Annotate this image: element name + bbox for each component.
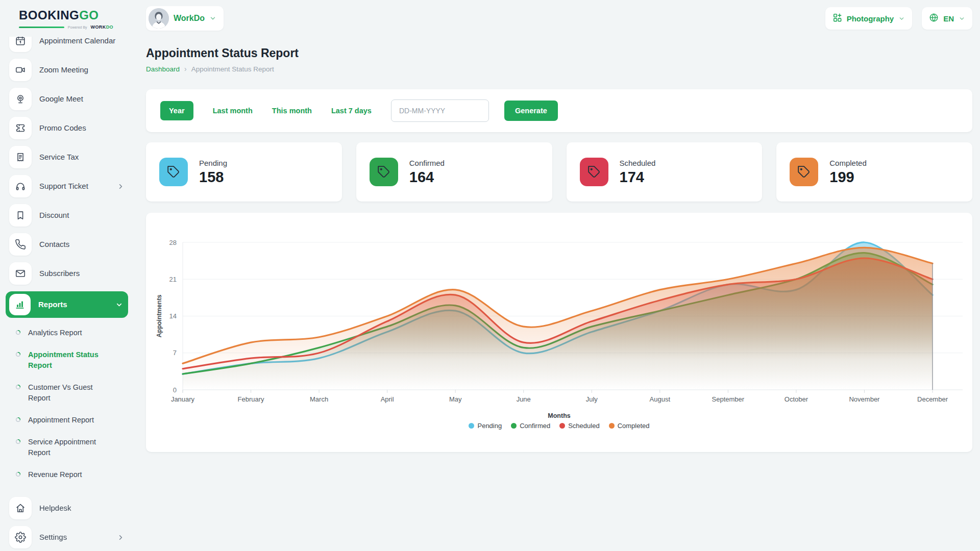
sidebar-subitem-customer-vs-guest-report[interactable]: Customer Vs Guest Report bbox=[15, 378, 125, 408]
topbar-right: Photography EN bbox=[825, 7, 972, 30]
logo-text: BOOKINGGO bbox=[19, 8, 134, 22]
sidebar-item-settings[interactable]: Settings bbox=[9, 526, 125, 548]
sidebar-subitem-label: Appointment Report bbox=[28, 415, 94, 425]
sidebar-item-support-ticket[interactable]: Support Ticket bbox=[9, 175, 125, 197]
svg-text:7: 7 bbox=[173, 349, 177, 357]
svg-text:February: February bbox=[238, 395, 265, 403]
stat-card-confirmed: Confirmed164 bbox=[356, 142, 552, 202]
legend-item-confirmed[interactable]: Confirmed bbox=[511, 422, 550, 430]
sidebar-item-label: Reports bbox=[38, 300, 67, 309]
legend-dot bbox=[559, 423, 565, 429]
app-switcher-button[interactable]: Photography bbox=[825, 7, 913, 30]
workspace-name: WorkDo bbox=[174, 14, 205, 23]
logo-powered-by: Powered By WORKDO bbox=[19, 24, 113, 30]
sidebar-item-zoom-meeting[interactable]: Zoom Meeting bbox=[9, 59, 125, 81]
chevron-down-icon bbox=[209, 15, 216, 22]
sidebar-item-helpdesk[interactable]: Helpdesk bbox=[9, 497, 125, 519]
language-label: EN bbox=[943, 14, 954, 23]
svg-text:September: September bbox=[712, 395, 745, 403]
sidebar-item-label: Appointment Calendar bbox=[39, 36, 115, 45]
ticket-icon bbox=[9, 117, 32, 139]
date-input[interactable] bbox=[391, 99, 489, 122]
chevron-down-icon bbox=[898, 15, 905, 22]
sidebar-subitem-analytics-report[interactable]: Analytics Report bbox=[15, 323, 125, 343]
topbar: WorkDo Photography EN bbox=[146, 6, 972, 31]
stat-value: 199 bbox=[829, 169, 867, 186]
appointments-chart-card: 07142128AppointmentsJanuaryFebruaryMarch… bbox=[146, 213, 972, 452]
sidebar-item-label: Service Tax bbox=[39, 153, 79, 162]
sidebar-item-subscribers[interactable]: Subscribers bbox=[9, 262, 125, 285]
sidebar-menu: Appointment CalendarZoom MeetingGoogle M… bbox=[9, 30, 125, 551]
legend-dot bbox=[609, 423, 615, 429]
breadcrumb: Dashboard › Appointment Status Report bbox=[146, 65, 972, 73]
svg-text:July: July bbox=[586, 395, 598, 403]
stat-card-completed: Completed199 bbox=[776, 142, 972, 202]
chevron-down-icon bbox=[115, 301, 123, 309]
language-selector[interactable]: EN bbox=[922, 7, 972, 30]
chevron-right-icon bbox=[117, 534, 125, 541]
chart-legend: PendingConfirmedScheduledCompleted bbox=[146, 422, 972, 430]
sidebar-item-label: Zoom Meeting bbox=[39, 65, 88, 74]
svg-text:14: 14 bbox=[169, 312, 177, 320]
filter-last-7-days-link[interactable]: Last 7 days bbox=[331, 107, 372, 115]
stat-label: Pending bbox=[199, 159, 227, 167]
legend-label: Scheduled bbox=[568, 422, 599, 430]
stat-value: 174 bbox=[620, 169, 656, 186]
svg-text:November: November bbox=[849, 395, 880, 403]
filter-year-button[interactable]: Year bbox=[160, 101, 193, 120]
svg-text:May: May bbox=[449, 395, 462, 403]
chevron-right-icon bbox=[117, 183, 125, 190]
sidebar-subitem-label: Appointment Status Report bbox=[28, 349, 112, 371]
legend-label: Completed bbox=[618, 422, 650, 430]
filter-this-month-link[interactable]: This month bbox=[272, 107, 312, 115]
legend-dot bbox=[469, 423, 474, 429]
sidebar-item-label: Google Meet bbox=[39, 94, 83, 104]
stats-row: Pending158Confirmed164Scheduled174Comple… bbox=[146, 142, 972, 202]
sidebar-subitem-service-appointment-report[interactable]: Service Appointment Report bbox=[15, 432, 125, 463]
sidebar-item-label: Support Ticket bbox=[39, 182, 88, 191]
main-content: WorkDo Photography EN Appointment Status… bbox=[134, 0, 980, 452]
breadcrumb-dashboard-link[interactable]: Dashboard bbox=[146, 65, 180, 73]
sidebar-subitem-appointment-status-report[interactable]: Appointment Status Report bbox=[15, 345, 125, 375]
filter-last-month-link[interactable]: Last month bbox=[213, 107, 253, 115]
legend-label: Pending bbox=[477, 422, 502, 430]
sidebar-item-discount[interactable]: Discount bbox=[9, 204, 125, 227]
sidebar-subitem-revenue-report[interactable]: Revenue Report bbox=[15, 465, 125, 485]
phone-icon bbox=[9, 233, 32, 256]
svg-text:Appointments: Appointments bbox=[156, 294, 163, 337]
sidebar-item-label: Contacts bbox=[39, 240, 69, 249]
app-switcher-label: Photography bbox=[847, 14, 894, 23]
svg-text:March: March bbox=[310, 395, 328, 403]
app-logo[interactable]: BOOKINGGO Powered By WORKDO bbox=[0, 0, 134, 37]
bullet-icon bbox=[15, 349, 21, 359]
sidebar-item-contacts[interactable]: Contacts bbox=[9, 233, 125, 256]
sidebar-item-label: Subscribers bbox=[39, 269, 80, 278]
bullet-icon bbox=[15, 437, 21, 446]
grid-plus-icon bbox=[832, 13, 842, 24]
receipt-icon bbox=[9, 146, 32, 168]
sidebar-item-service-tax[interactable]: Service Tax bbox=[9, 146, 125, 168]
sidebar-item-promo-codes[interactable]: Promo Codes bbox=[9, 117, 125, 139]
svg-text:0: 0 bbox=[173, 386, 177, 394]
generate-button[interactable]: Generate bbox=[504, 101, 558, 121]
chevron-down-icon bbox=[959, 15, 965, 22]
stat-label: Confirmed bbox=[409, 159, 445, 167]
legend-dot bbox=[511, 423, 517, 429]
svg-text:December: December bbox=[917, 395, 948, 403]
tag-icon bbox=[370, 158, 398, 186]
tag-icon bbox=[580, 158, 608, 186]
user-avatar bbox=[149, 8, 169, 29]
video-camera-icon bbox=[9, 59, 32, 81]
sidebar-item-reports[interactable]: Reports bbox=[6, 291, 128, 318]
sidebar-item-label: Discount bbox=[39, 211, 69, 220]
bullet-icon bbox=[15, 469, 21, 479]
legend-item-pending[interactable]: Pending bbox=[469, 422, 502, 430]
home-icon bbox=[9, 497, 32, 519]
legend-label: Confirmed bbox=[520, 422, 550, 430]
workspace-menu[interactable]: WorkDo bbox=[146, 6, 224, 31]
legend-item-completed[interactable]: Completed bbox=[609, 422, 650, 430]
svg-text:August: August bbox=[650, 395, 671, 403]
legend-item-scheduled[interactable]: Scheduled bbox=[559, 422, 599, 430]
sidebar-item-google-meet[interactable]: Google Meet bbox=[9, 88, 125, 110]
sidebar-subitem-appointment-report[interactable]: Appointment Report bbox=[15, 410, 125, 430]
